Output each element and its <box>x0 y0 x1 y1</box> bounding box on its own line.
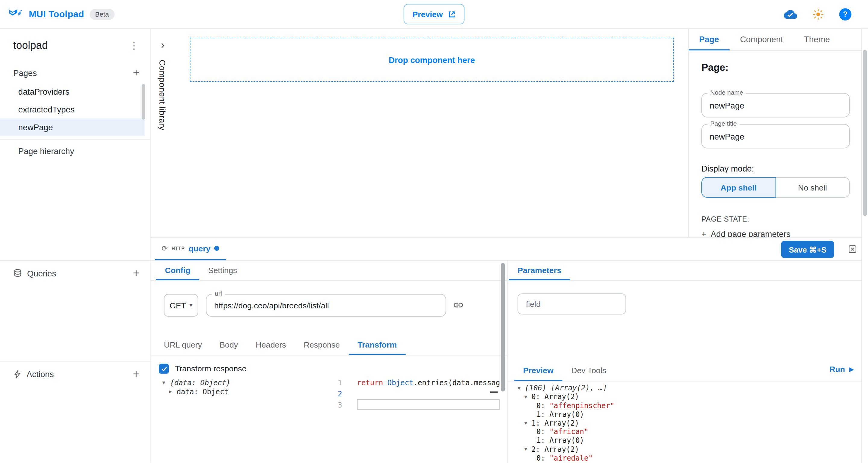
method-select[interactable]: GET ▾ <box>164 294 198 316</box>
project-name: toolpad <box>13 39 48 51</box>
console-key: 1: <box>536 436 550 445</box>
kebab-menu-icon[interactable]: ⋮ <box>127 38 141 53</box>
divider <box>0 260 150 261</box>
add-page-button[interactable]: + <box>129 65 144 80</box>
editor-selection-box <box>357 399 500 410</box>
tab-component[interactable]: Component <box>730 29 794 51</box>
save-button[interactable]: Save ⌘+S <box>781 241 834 258</box>
console-row[interactable]: ▼2: Array(2) <box>518 445 859 454</box>
help-icon[interactable]: ? <box>839 8 851 20</box>
sidebar-item-newpage[interactable]: newPage <box>0 119 144 136</box>
console-row: 0: "affenpinscher" <box>518 401 859 410</box>
tab-headers[interactable]: Headers <box>247 336 295 355</box>
tree-node-label: {data: Object} <box>170 378 230 387</box>
page-title-input[interactable] <box>710 131 841 141</box>
tab-label: Dev Tools <box>571 366 606 374</box>
close-panel-icon[interactable] <box>848 245 857 253</box>
theme-toggle-sun-icon[interactable] <box>812 8 824 20</box>
config-tabs: Config Settings <box>151 261 507 281</box>
page-item-label: newPage <box>19 122 53 132</box>
component-library-drawer[interactable]: › Component library <box>151 29 175 237</box>
parameters-tabs: Parameters <box>507 261 861 281</box>
console-text: 2: Array(2) <box>531 445 579 454</box>
tree-row[interactable]: ▼ {data: Object} <box>162 378 230 387</box>
console-text: Array(0) <box>550 410 584 419</box>
tab-dev-tools[interactable]: Dev Tools <box>562 361 615 381</box>
parameter-field-input[interactable] <box>526 300 618 308</box>
transform-response-checkbox[interactable] <box>159 364 169 374</box>
queries-icon <box>13 269 22 277</box>
node-name-field-wrapper: Node name <box>701 93 849 118</box>
top-app-bar: MUI Toolpad Beta Preview <box>0 0 868 29</box>
config-pane-scrollbar[interactable] <box>501 263 505 391</box>
page-scrollbar-thumb[interactable] <box>863 50 867 216</box>
topbar-actions: ? <box>784 7 859 21</box>
tab-body[interactable]: Body <box>211 336 247 355</box>
tab-response[interactable]: Response <box>295 336 349 355</box>
url-input[interactable] <box>214 301 438 310</box>
binding-link-icon[interactable] <box>453 300 464 311</box>
tab-page[interactable]: Page <box>689 29 730 51</box>
project-row: toolpad ⋮ <box>0 36 150 56</box>
actions-header-label: Actions <box>27 369 54 378</box>
tab-parameters[interactable]: Parameters <box>509 261 570 280</box>
preview-button-label: Preview <box>412 10 443 19</box>
add-action-button[interactable]: + <box>129 367 144 381</box>
tab-config[interactable]: Config <box>156 261 199 280</box>
drop-zone[interactable]: Drop component here <box>190 38 674 82</box>
url-field-wrapper: url <box>206 294 446 316</box>
query-panel-header: ⟳ HTTP query Save ⌘+S <box>151 238 861 261</box>
run-button-label: Run <box>830 365 845 373</box>
transform-response-row: Transform response <box>159 364 247 374</box>
query-editor-panel: ⟳ HTTP query Save ⌘+S Config Settings GE… <box>151 237 861 463</box>
line-number: 3 <box>320 401 342 409</box>
tab-transform[interactable]: Transform <box>349 336 406 355</box>
code-keyword: return <box>357 378 388 387</box>
sidebar-item-extractedtypes[interactable]: extractedTypes <box>0 101 144 118</box>
caret-down-icon: ▼ <box>524 420 531 426</box>
tab-theme[interactable]: Theme <box>794 29 841 51</box>
queries-section-header: Queries + <box>0 265 150 281</box>
tree-row[interactable]: ▶ data: Object <box>162 387 230 396</box>
node-name-label: Node name <box>707 89 746 96</box>
console-row: 0: "airedale" <box>518 454 859 462</box>
tab-settings[interactable]: Settings <box>199 261 246 280</box>
transform-code-editor[interactable]: 1 return Object.entries(data.messag 2 3 <box>320 376 503 463</box>
toggle-no-shell[interactable]: No shell <box>775 177 849 198</box>
page-hierarchy-label: Page hierarchy <box>19 146 74 156</box>
inspector-panel: Page Component Theme Page: Node name Pag… <box>688 29 861 237</box>
page-item-label: dataProviders <box>19 87 70 96</box>
tab-preview[interactable]: Preview <box>514 361 562 381</box>
left-sidebar: toolpad ⋮ Pages + dataProviders extracte… <box>0 29 151 463</box>
display-mode-toggle-group: App shell No shell <box>701 177 849 198</box>
tab-label: Component <box>740 34 783 44</box>
display-mode-label: Display mode: <box>701 164 754 173</box>
toggle-app-shell[interactable]: App shell <box>701 177 776 198</box>
console-row[interactable]: ▼0: Array(2) <box>518 393 859 401</box>
console-text: 1: Array(2) <box>531 419 579 427</box>
sidebar-item-dataproviders[interactable]: dataProviders <box>0 83 144 100</box>
cloud-done-icon[interactable] <box>784 7 797 21</box>
console-key: 0: <box>536 454 550 462</box>
request-sub-tabs: URL query Body Headers Response Transfor… <box>151 336 507 356</box>
add-query-button[interactable]: + <box>129 266 144 280</box>
node-name-input[interactable] <box>710 100 841 110</box>
console-row[interactable]: ▼(106) [Array(2), …] <box>518 384 859 393</box>
preview-button[interactable]: Preview <box>404 4 464 24</box>
add-page-parameters-button[interactable]: + Add page parameters <box>701 229 790 237</box>
run-button[interactable]: Run ▶ <box>830 365 854 373</box>
console-row[interactable]: ▼1: Array(2) <box>518 419 859 427</box>
page-canvas[interactable]: Drop component here <box>175 29 688 237</box>
query-tab[interactable]: ⟳ HTTP query <box>155 238 226 260</box>
method-value: GET <box>170 301 186 310</box>
tab-url-query[interactable]: URL query <box>155 336 211 355</box>
page-title-field-wrapper: Page title <box>701 124 849 148</box>
external-link-icon <box>448 10 456 18</box>
pages-list-scrollbar[interactable] <box>142 84 145 120</box>
help-question-glyph: ? <box>839 8 851 20</box>
chevron-right-icon[interactable]: › <box>151 39 175 51</box>
caret-down-icon: ▼ <box>524 446 531 452</box>
console-row: 0: "african" <box>518 427 859 436</box>
tab-label: Transform <box>358 341 397 349</box>
plus-icon: + <box>701 229 706 237</box>
